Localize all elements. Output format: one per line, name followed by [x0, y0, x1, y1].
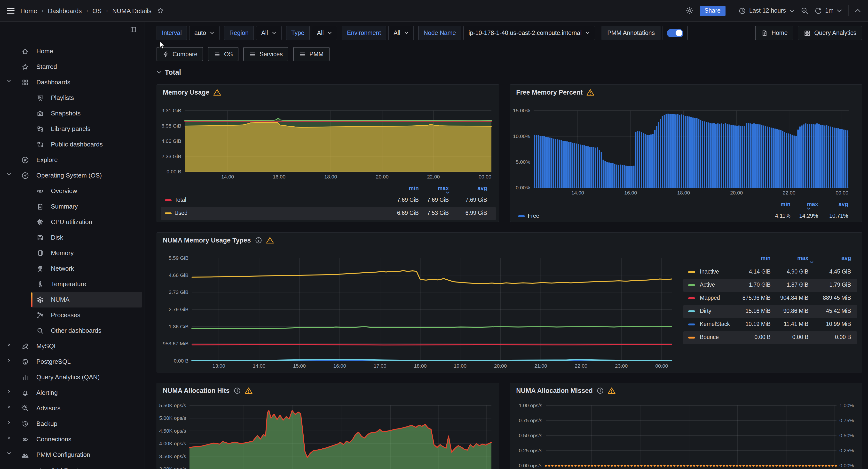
summary-icon: [36, 203, 44, 210]
pmm-annotations-toggle[interactable]: [662, 26, 688, 40]
collapse-top-icon[interactable]: [855, 9, 861, 12]
filter-label-region[interactable]: Region: [224, 26, 254, 40]
filter-value-interval[interactable]: auto: [189, 26, 220, 40]
sidebar-item-memory[interactable]: Memory: [0, 245, 144, 261]
sidebar-item-processes[interactable]: Processes: [0, 307, 144, 323]
sidebar-item-label: Snapshots: [51, 110, 81, 117]
sidebar-item-summary[interactable]: Summary: [0, 199, 144, 214]
legend-row-active[interactable]: Active1.70 GiB1.87 GiB1.79 GiB: [683, 279, 857, 292]
sidebar-item-pmm-configuration[interactable]: PMM Configuration: [0, 447, 144, 463]
sidebar-item-mysql[interactable]: MySQL: [0, 339, 144, 354]
legend-row-total[interactable]: Total7.69 GiB7.69 GiB7.69 GiB: [161, 194, 496, 207]
sidebar-item-add-service[interactable]: Add Service: [0, 463, 144, 469]
favorite-star-icon[interactable]: [157, 7, 163, 14]
compare-button[interactable]: Compare: [157, 47, 203, 61]
menu-toggle-icon[interactable]: [7, 7, 14, 14]
numa-allocation-missed-chart[interactable]: 1.00 ops/s1.00%0.75 ops/s0.75%0.50 ops/s…: [510, 383, 863, 469]
series-name[interactable]: Used: [175, 210, 188, 216]
chevron-down-icon[interactable]: [7, 173, 11, 176]
numa-allocation-hits-chart[interactable]: 5.50K ops/s5.00K ops/s4.50K ops/s4.00K o…: [157, 383, 500, 469]
legend-row-used[interactable]: Used6.69 GiB7.53 GiB6.99 GiB: [161, 207, 496, 220]
sidebar-item-numa[interactable]: NUMA: [0, 292, 144, 307]
chevron-down-icon[interactable]: [7, 452, 11, 455]
sidebar-item-advisors[interactable]: Advisors: [0, 401, 144, 416]
filter-label-type[interactable]: Type: [286, 26, 310, 40]
os-button[interactable]: OS: [208, 47, 239, 61]
filter-label-interval[interactable]: Interval: [157, 26, 187, 40]
filter-value-region[interactable]: All: [256, 26, 282, 40]
breadcrumb-item-numa-details[interactable]: NUMA Details: [112, 7, 151, 14]
legend-row-inactive[interactable]: Inactive4.14 GiB4.90 GiB4.45 GiB: [683, 266, 857, 279]
memory-usage-chart[interactable]: 9.31 GiB6.98 GiB4.66 GiB2.33 GiB0.00 B14…: [157, 85, 500, 184]
sidebar-item-dashboards[interactable]: Dashboards: [0, 75, 144, 90]
legend-col-avg[interactable]: avg: [806, 201, 848, 210]
share-button[interactable]: Share: [700, 6, 725, 16]
sidebar-item-backup[interactable]: Backup: [0, 416, 144, 432]
sidebar-item-cpu-utilization[interactable]: CPU utilization: [0, 214, 144, 230]
chevron-right-icon[interactable]: [7, 406, 11, 408]
chevron-right-icon[interactable]: [7, 359, 11, 362]
legend-col-max[interactable]: max: [407, 185, 449, 191]
series-name[interactable]: Dirty: [700, 308, 711, 314]
sidebar-item-connections[interactable]: Connections: [0, 432, 144, 447]
sidebar-item-network[interactable]: Network: [0, 261, 144, 276]
legend-row-mapped[interactable]: Mapped875.96 MiB904.84 MiB889.45 MiB: [683, 292, 857, 305]
home-button[interactable]: Home: [755, 26, 794, 40]
sidebar-item-alerting[interactable]: Alerting: [0, 385, 144, 401]
legend-col-avg[interactable]: avg: [445, 185, 487, 194]
sidebar-item-home[interactable]: Home: [0, 43, 144, 59]
filter-value-environment[interactable]: All: [388, 26, 414, 40]
services-button[interactable]: Services: [244, 47, 289, 61]
chevron-down-icon[interactable]: [7, 80, 11, 83]
query-analytics-button[interactable]: Query Analytics: [798, 26, 862, 40]
sidebar-item-snapshots[interactable]: Snapshots: [0, 106, 144, 121]
series-name[interactable]: Bounce: [700, 334, 719, 340]
legend-row-kernelstack[interactable]: KernelStack10.19 MiB11.41 MiB10.99 MiB: [683, 318, 857, 331]
filter-label-node-name[interactable]: Node Name: [418, 26, 461, 40]
sidebar-item-explore[interactable]: Explore: [0, 152, 144, 168]
settings-gear-icon[interactable]: [685, 7, 693, 14]
free-memory-chart[interactable]: 15.00%10.00%5.00%0.00%14:0016:0018:0020:…: [510, 85, 863, 199]
series-name[interactable]: Mapped: [700, 295, 720, 301]
refresh-picker[interactable]: 1m: [814, 7, 842, 14]
series-name[interactable]: Active: [700, 282, 715, 288]
zoom-out-icon[interactable]: [800, 7, 808, 14]
sidebar-item-overview[interactable]: Overview: [0, 183, 144, 199]
legend-col-avg[interactable]: avg: [809, 255, 851, 264]
sidebar-item-public-dashboards[interactable]: Public dashboards: [0, 137, 144, 152]
chevron-right-icon[interactable]: [7, 390, 11, 393]
chevron-right-icon[interactable]: [7, 343, 11, 346]
row-total-header[interactable]: Total: [157, 68, 181, 76]
legend-row-bounce[interactable]: Bounce0.00 B0.00 B0.00 B: [683, 331, 857, 344]
sidebar-item-disk[interactable]: Disk: [0, 230, 144, 245]
dock-menu-icon[interactable]: [130, 26, 137, 33]
snapshots-icon: [36, 110, 44, 117]
time-range-picker[interactable]: Last 12 hours: [739, 7, 794, 14]
chevron-right-icon[interactable]: [7, 437, 11, 439]
series-name[interactable]: Free: [528, 213, 539, 219]
series-name[interactable]: Total: [175, 197, 186, 203]
legend-col-min[interactable]: min: [729, 255, 771, 261]
svg-text:3.50K ops/s: 3.50K ops/s: [159, 453, 186, 459]
sidebar-item-temperature[interactable]: Temperature: [0, 276, 144, 292]
filter-label-environment[interactable]: Environment: [342, 26, 386, 40]
breadcrumb-item-dashboards[interactable]: Dashboards: [48, 7, 82, 14]
filter-value-type[interactable]: All: [312, 26, 337, 40]
breadcrumb-item-os[interactable]: OS: [93, 7, 102, 14]
legend-row-free[interactable]: Free4.11%14.29%10.71%: [514, 210, 859, 223]
svg-text:4.00K ops/s: 4.00K ops/s: [159, 441, 186, 446]
sidebar-item-playlists[interactable]: Playlists: [0, 90, 144, 106]
sidebar-item-other-dashboards[interactable]: Other dashboards: [0, 323, 144, 339]
sidebar-item-starred[interactable]: Starred: [0, 59, 144, 75]
legend-row-dirty[interactable]: Dirty15.16 MiB90.86 MiB45.42 MiB: [683, 305, 857, 318]
sidebar-item-query-analytics-qan[interactable]: Query Analytics (QAN): [0, 370, 144, 385]
filter-value-node-name[interactable]: ip-10-178-1-40.us-east-2.compute.interna…: [463, 26, 595, 40]
chevron-right-icon[interactable]: [7, 421, 11, 424]
breadcrumb-item-home[interactable]: Home: [20, 7, 37, 14]
sidebar-item-postgresql[interactable]: PostgreSQL: [0, 354, 144, 370]
legend-col-max[interactable]: max: [767, 255, 808, 261]
series-name[interactable]: Inactive: [700, 269, 719, 274]
sidebar-item-operating-system-os[interactable]: Operating System (OS): [0, 168, 144, 183]
pmm-button[interactable]: PMM: [293, 47, 329, 61]
sidebar-item-library-panels[interactable]: Library panels: [0, 121, 144, 137]
